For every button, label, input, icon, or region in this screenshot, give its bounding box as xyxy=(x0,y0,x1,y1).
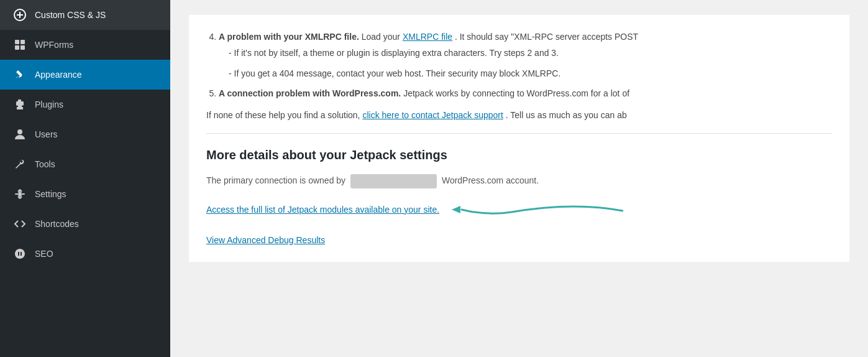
modules-link-row: Access the full list of Jetpack modules … xyxy=(206,198,832,221)
svg-rect-4 xyxy=(21,40,25,44)
primary-post: WordPress.com account. xyxy=(442,175,539,185)
svg-rect-5 xyxy=(15,45,19,50)
sub-item-2: If you get a 404 message, contact your w… xyxy=(229,67,832,80)
sidebar-item-label: Custom CSS & JS xyxy=(35,10,106,20)
sidebar-item-custom-css-js[interactable]: Custom CSS & JS xyxy=(0,0,170,30)
sidebar-item-wpforms[interactable]: WPForms xyxy=(0,30,170,60)
sidebar-item-shortcodes[interactable]: Shortcodes xyxy=(0,209,170,239)
brush-icon xyxy=(12,67,27,82)
sidebar-item-label: WPForms xyxy=(35,40,73,50)
troubleshoot-list: A problem with your XMLRPC file. Load yo… xyxy=(206,30,832,101)
sidebar-item-label: Settings xyxy=(35,189,66,199)
list-item-4: A problem with your XMLRPC file. Load yo… xyxy=(219,30,832,80)
sidebar-item-settings[interactable]: Settings xyxy=(0,179,170,209)
sidebar-item-tools[interactable]: Tools xyxy=(0,149,170,179)
sidebar-item-label: Plugins xyxy=(35,100,63,109)
svg-rect-3 xyxy=(15,40,19,44)
modules-link[interactable]: Access the full list of Jetpack modules … xyxy=(206,203,439,216)
debug-link[interactable]: View Advanced Debug Results xyxy=(206,235,325,245)
svg-point-7 xyxy=(17,129,22,134)
sidebar-item-users[interactable]: Users xyxy=(0,119,170,149)
blurred-email: •••••••••••••••••••• xyxy=(350,174,437,188)
arrow-icon xyxy=(449,198,623,221)
separator xyxy=(206,133,832,134)
svg-rect-6 xyxy=(21,45,25,50)
section-heading: More details about your Jetpack settings xyxy=(206,145,832,165)
puzzle-icon xyxy=(12,97,27,112)
sidebar-item-seo[interactable]: SEO xyxy=(0,239,170,269)
sidebar-item-label: Shortcodes xyxy=(35,219,79,229)
sidebar-item-appearance[interactable]: Appearance xyxy=(0,60,170,90)
item4-pre-link: Load your xyxy=(362,32,403,42)
svg-rect-9 xyxy=(15,193,25,195)
sidebar-item-label: Users xyxy=(35,129,58,139)
main-content: A problem with your XMLRPC file. Load yo… xyxy=(170,0,868,357)
item4-sub-list: If it's not by itself, a theme or plugin… xyxy=(219,46,832,80)
sidebar-item-label: Appearance xyxy=(35,70,82,80)
list-item-5: A connection problem with WordPress.com.… xyxy=(219,86,832,100)
item5-text: Jetpack works by connecting to WordPress… xyxy=(403,88,629,98)
contact-post: . Tell us as much as you can ab xyxy=(506,110,627,120)
code-brackets-icon xyxy=(12,216,27,231)
sidebar-item-label: SEO xyxy=(35,249,53,259)
contact-pre: If none of these help you find a solutio… xyxy=(206,110,362,120)
sidebar-item-label: Tools xyxy=(35,159,55,169)
yoast-icon xyxy=(12,246,27,261)
plus-circle-icon xyxy=(12,7,27,22)
item4-post-link: . It should say "XML-RPC server accepts … xyxy=(455,32,638,42)
sub-item-1: If it's not by itself, a theme or plugin… xyxy=(229,46,832,60)
contact-jetpack-link[interactable]: click here to contact Jetpack support xyxy=(362,110,503,120)
debug-link-paragraph: View Advanced Debug Results xyxy=(206,233,832,247)
sidebar-item-plugins[interactable]: Plugins xyxy=(0,90,170,119)
content-body: A problem with your XMLRPC file. Load yo… xyxy=(189,15,849,262)
settings-icon xyxy=(12,187,27,202)
item5-bold: A connection problem with WordPress.com. xyxy=(219,88,401,98)
person-icon xyxy=(12,127,27,142)
item4-bold: A problem with your XMLRPC file. xyxy=(219,32,359,42)
contact-paragraph: If none of these help you find a solutio… xyxy=(206,108,832,122)
primary-pre: The primary connection is owned by xyxy=(206,175,345,185)
grid-icon xyxy=(12,37,27,52)
primary-connection-text: The primary connection is owned by •••••… xyxy=(206,174,832,188)
sidebar: Custom CSS & JS WPForms Appearance xyxy=(0,0,170,357)
svg-marker-12 xyxy=(452,206,460,213)
xmlrpc-link[interactable]: XMLRPC file xyxy=(403,32,452,42)
wrench-icon xyxy=(12,157,27,172)
